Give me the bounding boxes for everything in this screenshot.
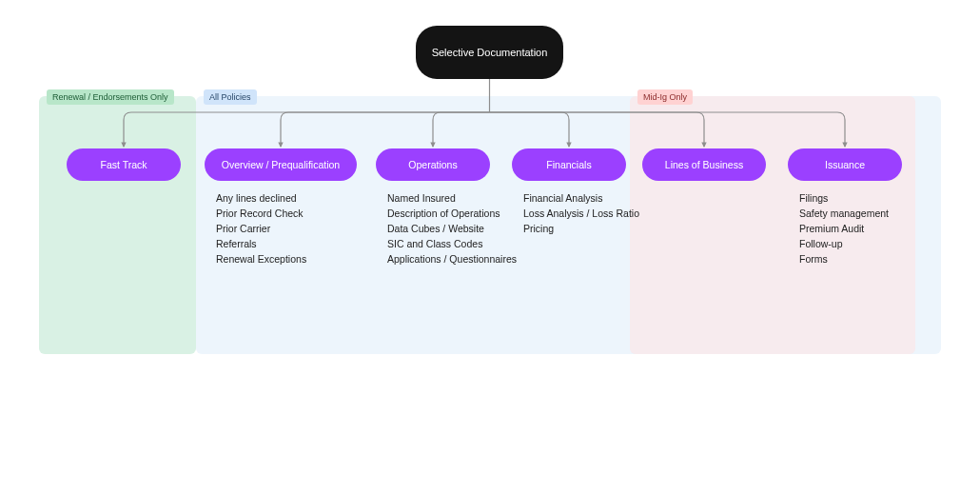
list-item: Premium Audit [799,221,889,236]
node-iss: Issuance [788,148,902,181]
zone-label-all-policies: All Policies [204,89,257,105]
items-fin: Financial AnalysisLoss Analysis / Loss R… [523,190,639,236]
items-ops: Named InsuredDescription of OperationsDa… [387,190,517,267]
list-item: Referrals [216,236,306,251]
list-item: Prior Carrier [216,221,306,236]
list-item: Safety management [799,206,889,221]
list-item: Applications / Questionnaires [387,251,517,267]
node-label: Lines of Business [665,159,743,170]
node-label: Overview / Prequalification [222,159,340,170]
list-item: Prior Record Check [216,206,306,221]
node-label: Issuance [825,159,865,170]
diagram-canvas: All Policies Renewal / Endorsements Only… [0,0,980,494]
list-item: Any lines declined [216,190,306,206]
node-ops: Operations [376,148,490,181]
list-item: Named Insured [387,190,517,206]
node-fast: Fast Track [67,148,181,181]
items-iss: FilingsSafety managementPremium AuditFol… [799,190,889,267]
node-lob: Lines of Business [642,148,766,181]
list-item: Data Cubes / Website [387,221,517,236]
node-label: Financials [546,159,591,170]
list-item: Description of Operations [387,206,517,221]
zone-label-mid-ig: Mid-Ig Only [637,89,693,105]
list-item: Renewal Exceptions [216,251,306,267]
list-item: Loss Analysis / Loss Ratio [523,206,639,221]
node-over: Overview / Prequalification [205,148,357,181]
items-over: Any lines declinedPrior Record CheckPrio… [216,190,306,267]
zone-label-renewal: Renewal / Endorsements Only [47,89,174,105]
node-label: Fast Track [100,159,147,170]
node-label: Operations [408,159,457,170]
list-item: Follow-up [799,236,889,251]
list-item: Financial Analysis [523,190,639,206]
zone-renewal: Renewal / Endorsements Only [39,96,196,354]
list-item: Pricing [523,221,639,236]
list-item: SIC and Class Codes [387,236,517,251]
root-label: Selective Documentation [432,47,548,58]
list-item: Filings [799,190,889,206]
root-node: Selective Documentation [416,26,563,79]
node-fin: Financials [512,148,626,181]
list-item: Forms [799,251,889,267]
